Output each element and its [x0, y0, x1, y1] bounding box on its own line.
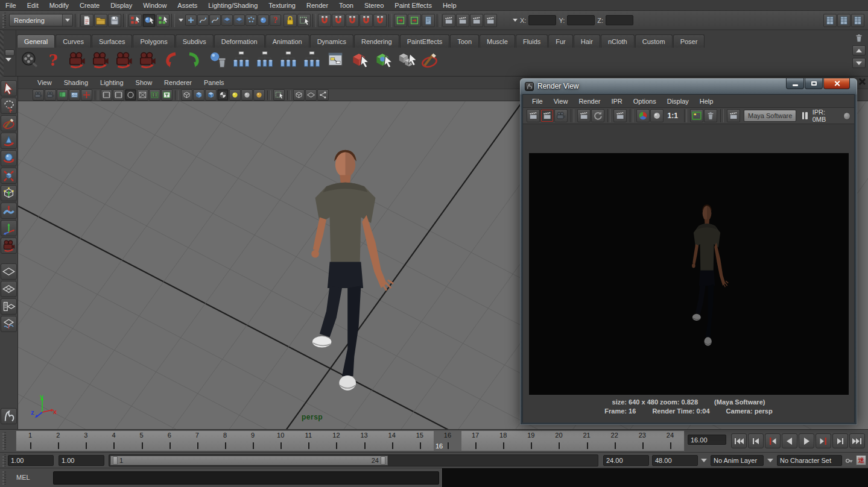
- shelf-collapse-button[interactable]: [5, 49, 14, 56]
- help-render-view-menu[interactable]: Help: [694, 98, 719, 105]
- timeline-grip[interactable]: [2, 432, 7, 450]
- select-tool[interactable]: [1, 80, 17, 96]
- stereo-menu[interactable]: Stereo: [359, 0, 389, 11]
- delete-unused-nodes-shelf-icon[interactable]: [206, 48, 229, 71]
- surfaces-shelf-tab[interactable]: Surfaces: [92, 34, 132, 48]
- film-gate-icon[interactable]: [101, 89, 112, 101]
- render-menu[interactable]: Render: [301, 0, 334, 11]
- select-by-hierarchy-icon[interactable]: [128, 14, 142, 27]
- help-shelf-icon[interactable]: [42, 48, 64, 71]
- resolution-gate-icon[interactable]: [113, 89, 124, 101]
- selection-mask-dropdown-icon[interactable]: [179, 19, 183, 22]
- y-field[interactable]: [567, 15, 595, 25]
- select-rendering-icon[interactable]: [258, 14, 269, 26]
- command-line-grip[interactable]: [2, 471, 7, 485]
- ipr-render-icon[interactable]: [577, 109, 591, 122]
- new-scene-icon[interactable]: [80, 14, 93, 27]
- range-end-handle[interactable]: [381, 456, 385, 465]
- tumble-camera-shelf-icon[interactable]: [65, 48, 87, 71]
- 16-frame-tick[interactable]: 1616: [434, 431, 461, 451]
- field-mode-dropdown-icon[interactable]: [513, 19, 518, 22]
- flat-lighting-icon[interactable]: [241, 89, 253, 101]
- 14-frame-tick[interactable]: 1414: [378, 431, 406, 451]
- texturing-menu[interactable]: Texturing: [263, 0, 301, 11]
- painteffects-shelf-tab[interactable]: PaintEffects: [400, 34, 450, 48]
- universal-manipulator-tool[interactable]: [1, 185, 17, 201]
- open-scene-icon[interactable]: [94, 14, 107, 27]
- view-panel-menu[interactable]: View: [31, 79, 58, 86]
- rotate-tool[interactable]: [1, 150, 17, 166]
- refresh-ipr-image-icon[interactable]: [591, 109, 604, 122]
- window-menu[interactable]: Window: [138, 0, 172, 11]
- 7-frame-tick[interactable]: 77: [183, 431, 211, 451]
- 15-frame-tick[interactable]: 1515: [406, 431, 434, 451]
- snapshot-icon[interactable]: [554, 109, 568, 122]
- select-by-component-icon[interactable]: [156, 14, 169, 27]
- 3-frame-tick[interactable]: 33: [72, 431, 100, 451]
- region-render-icon[interactable]: [613, 109, 627, 122]
- curves-shelf-tab[interactable]: Curves: [55, 34, 91, 48]
- range-start-handle[interactable]: [113, 456, 118, 465]
- step-back-one-key-button[interactable]: [765, 433, 781, 448]
- output-connections-icon[interactable]: [408, 14, 421, 27]
- select-curves-icon[interactable]: [209, 14, 221, 26]
- lighting-panel-menu[interactable]: Lighting: [94, 79, 130, 86]
- menu-set-dropdown-icon[interactable]: [62, 14, 72, 26]
- 2-frame-tick[interactable]: 22: [44, 431, 72, 451]
- renderer-panel-menu[interactable]: Renderer: [158, 79, 198, 86]
- options-render-view-menu[interactable]: Options: [628, 98, 662, 105]
- z-field[interactable]: [606, 15, 633, 25]
- step-back-one-frame-button[interactable]: [748, 433, 764, 448]
- redo-previous-render-icon[interactable]: [527, 109, 540, 122]
- show-panel-menu[interactable]: Show: [130, 79, 159, 86]
- display-rgb-channels-icon[interactable]: [636, 109, 650, 122]
- dynamics-shelf-tab[interactable]: Dynamics: [310, 34, 353, 48]
- track-camera-shelf-icon[interactable]: [89, 48, 111, 71]
- 8-frame-tick[interactable]: 88: [211, 431, 239, 451]
- persp-graph-layout-button[interactable]: [1, 316, 17, 332]
- ipr-render-icon[interactable]: [470, 14, 483, 27]
- assets-menu[interactable]: Assets: [172, 0, 203, 11]
- rendered-image[interactable]: [529, 153, 849, 395]
- file-menu[interactable]: File: [0, 0, 22, 11]
- textured-icon[interactable]: [205, 89, 217, 101]
- share-view-icon[interactable]: [317, 89, 329, 101]
- go-to-playback-start-button[interactable]: [731, 433, 747, 448]
- general-shelf-tab[interactable]: General: [17, 34, 55, 48]
- rendering-shelf-tab[interactable]: Rendering: [354, 34, 399, 48]
- command-language-label[interactable]: MEL: [16, 474, 30, 481]
- toon-menu[interactable]: Toon: [334, 0, 359, 11]
- default-lighting-icon[interactable]: [229, 89, 241, 101]
- fluids-shelf-tab[interactable]: Fluids: [516, 34, 548, 48]
- 20-frame-tick[interactable]: 2020: [545, 431, 572, 451]
- group-shelf-icon[interactable]: [230, 48, 252, 71]
- select-dynamics-icon[interactable]: [246, 14, 257, 26]
- hypergraph-shelf-icon[interactable]: [324, 48, 346, 71]
- gate-mask-icon[interactable]: [125, 89, 136, 101]
- lock-selection-icon[interactable]: [284, 14, 297, 27]
- muscle-shelf-tab[interactable]: Muscle: [480, 34, 515, 48]
- modify-menu[interactable]: Modify: [44, 0, 74, 11]
- character-model[interactable]: [290, 146, 401, 398]
- status-line-grip[interactable]: [2, 13, 7, 28]
- real-size-button[interactable]: 1:1: [665, 112, 681, 120]
- open-render-view-icon[interactable]: [442, 14, 455, 27]
- shading-panel-menu[interactable]: Shading: [58, 79, 94, 86]
- character-set-dropdown-icon[interactable]: [767, 459, 773, 462]
- menu-set-selector[interactable]: Rendering: [9, 14, 73, 27]
- snap-to-view-planes-icon[interactable]: [373, 14, 387, 27]
- 6-frame-tick[interactable]: 66: [156, 431, 183, 451]
- 17-frame-tick[interactable]: 1717: [461, 431, 489, 451]
- show-manipulator-tool[interactable]: [1, 220, 17, 236]
- playback-start-field[interactable]: 1.00: [59, 455, 104, 466]
- renderer-selector[interactable]: Maya Software: [744, 110, 796, 122]
- shelf-trash-icon[interactable]: [852, 33, 866, 43]
- close-pane-icon[interactable]: [857, 77, 867, 86]
- two-d-pan-zoom-icon[interactable]: [81, 89, 92, 101]
- 18-frame-tick[interactable]: 1818: [489, 431, 517, 451]
- anim-layer-dropdown-icon[interactable]: [701, 459, 707, 462]
- polygons-shelf-tab[interactable]: Polygons: [133, 34, 174, 48]
- tool-settings-icon[interactable]: [837, 14, 851, 27]
- combine-shelf-icon[interactable]: [394, 48, 417, 71]
- lasso-select-tool[interactable]: [1, 98, 17, 114]
